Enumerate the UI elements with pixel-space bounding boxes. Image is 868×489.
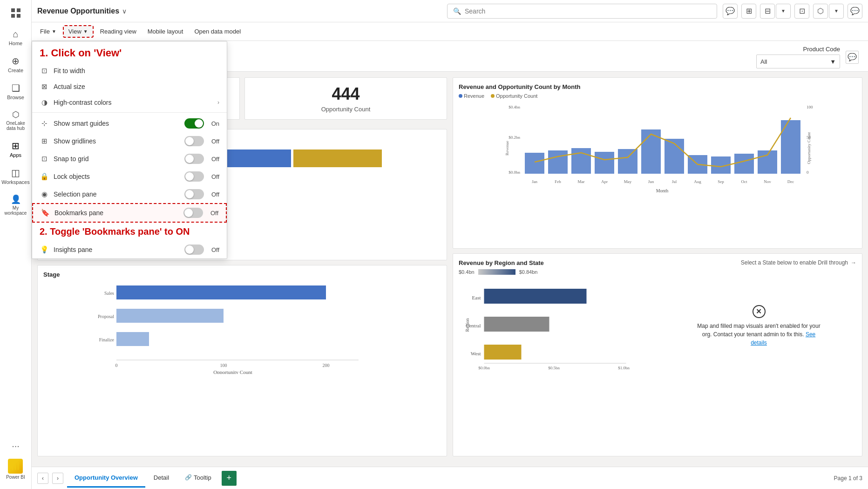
toggle-smart-guides: ⊹ Show smart guides On xyxy=(32,115,227,132)
insights-icon: 💡 xyxy=(40,245,49,254)
sidebar-item-powerbi[interactable]: Power BI xyxy=(4,455,27,483)
svg-text:200: 200 xyxy=(323,363,330,368)
svg-text:100: 100 xyxy=(220,363,227,368)
dropdown-btn[interactable]: ▼ xyxy=(776,4,791,19)
opp-stage-chart-svg: Sales Proposal Finalize 0 100 200 Opport… xyxy=(43,281,441,374)
present-button[interactable]: ⊞ xyxy=(741,4,756,19)
svg-rect-30 xyxy=(548,150,568,174)
tab-opportunity-overview[interactable]: Opportunity Overview xyxy=(67,469,145,488)
tab-prev[interactable]: ‹ xyxy=(37,473,48,484)
lock-icon: 🔒 xyxy=(40,172,49,181)
svg-rect-6 xyxy=(17,462,19,470)
svg-rect-16 xyxy=(116,309,224,323)
combo-chart-svg: $0.4bn $0.2bn $0.0bn 100 50 0 xyxy=(459,102,856,195)
snap-to-grid-toggle[interactable] xyxy=(184,154,204,164)
svg-rect-4 xyxy=(12,466,14,470)
svg-rect-61 xyxy=(484,345,522,360)
tab-add[interactable]: + xyxy=(222,471,237,486)
bookmarks-pane-toggle[interactable] xyxy=(183,208,203,218)
svg-text:May: May xyxy=(624,179,632,184)
right-column: Revenue and Opportunity Count by Month R… xyxy=(453,77,862,456)
chat-button[interactable]: 💬 xyxy=(848,4,862,19)
product-code-filter: Product Code All ▼ xyxy=(756,46,840,68)
sidebar-item-home[interactable]: ⌂ Home xyxy=(2,25,30,50)
svg-text:$0.0bn: $0.0bn xyxy=(478,366,490,370)
svg-text:Opportunity Count: Opportunity Count xyxy=(213,369,252,374)
svg-text:$1.0bn: $1.0bn xyxy=(618,366,630,370)
svg-rect-1 xyxy=(17,8,20,12)
drill-through-link[interactable]: Select a State below to enable Drill thr… xyxy=(741,259,856,266)
svg-text:100: 100 xyxy=(807,105,813,109)
smart-guides-toggle[interactable] xyxy=(184,118,204,129)
search-input[interactable] xyxy=(465,7,711,15)
menu-view[interactable]: View ▼ xyxy=(63,25,94,38)
toggle-knob xyxy=(184,209,193,217)
submenu-arrow: › xyxy=(217,99,219,106)
lock-objects-toggle[interactable] xyxy=(184,171,204,182)
toggle-knob xyxy=(195,119,203,128)
sidebar-item-create[interactable]: ⊕ Create xyxy=(2,52,30,77)
drill-arrow: → xyxy=(851,259,856,266)
revenue-color-legend: $0.4bn $0.84bn xyxy=(459,269,856,275)
svg-rect-59 xyxy=(484,317,549,332)
sidebar-item-browse[interactable]: ❑ Browse xyxy=(2,79,30,104)
menu-file[interactable]: File ▼ xyxy=(35,26,61,37)
bottom-tabs: ‹ › Opportunity Overview Detail 🔗 Toolti… xyxy=(32,467,868,489)
map-error-text: Map and filled map visuals aren't enable… xyxy=(694,322,824,347)
svg-rect-32 xyxy=(595,152,614,174)
page-info: Page 1 of 3 xyxy=(834,475,862,482)
svg-text:Sales: Sales xyxy=(104,291,114,296)
select-arrow: ▼ xyxy=(830,58,836,65)
product-code-select[interactable]: All ▼ xyxy=(756,54,840,68)
kpi-count-value: 444 xyxy=(332,84,359,104)
topbar-actions: 💬 ⊞ ⊟ ▼ ⊡ ⬡ ▼ 💬 xyxy=(723,4,862,19)
present2-button[interactable]: ⊟ xyxy=(760,4,775,19)
menu-open-data-model[interactable]: Open data model xyxy=(190,26,245,37)
insights-pane-toggle[interactable] xyxy=(184,244,204,255)
svg-rect-33 xyxy=(618,149,637,174)
tab-detail[interactable]: Detail xyxy=(146,469,176,488)
title-chevron[interactable]: ∨ xyxy=(122,7,127,15)
gridlines-toggle[interactable] xyxy=(184,136,204,146)
sidebar-item-apps[interactable]: ⊞ Apps xyxy=(2,136,30,162)
tooltip-icon: 🔗 xyxy=(185,474,192,481)
menu-reading-view[interactable]: Reading view xyxy=(95,26,141,37)
sidebar-item-onelake[interactable]: ⬡ OneLake data hub xyxy=(2,106,30,135)
sidebar-item-my-workspace[interactable]: 👤 My workspace xyxy=(2,190,30,219)
app-grid-icon[interactable] xyxy=(7,4,25,22)
chat-report-btn[interactable]: 💬 xyxy=(846,51,859,64)
menu-mobile-layout[interactable]: Mobile layout xyxy=(143,26,188,37)
view-dropdown: 1. Click on 'View' ⊡ Fit to width ⊠ Actu… xyxy=(32,41,227,259)
tab-next[interactable]: › xyxy=(52,473,63,484)
tab-tooltip[interactable]: 🔗 Tooltip xyxy=(177,469,219,488)
opp-stage-chart-card: Stage Sales Proposal Finalize 0 100 200 … xyxy=(37,265,447,456)
revenue-bars: East Central West $0.0bn $0.5bn xyxy=(459,278,654,374)
sidebar-item-workspaces[interactable]: ◫ Workspaces xyxy=(2,163,30,189)
svg-rect-38 xyxy=(734,154,754,174)
svg-text:Sep: Sep xyxy=(718,179,724,184)
snap-to-grid-icon: ⊡ xyxy=(40,155,49,163)
share-dropdown[interactable]: ▼ xyxy=(829,4,844,19)
revenue-region-chart-card: Revenue by Region and State Select a Sta… xyxy=(453,253,862,456)
bookmark-button[interactable]: ⊡ xyxy=(794,4,809,19)
map-error: ✕ Map and filled map visuals aren't enab… xyxy=(694,298,824,354)
bookmarks-icon: 🔖 xyxy=(41,209,50,217)
map-error-area: ✕ Map and filled map visuals aren't enab… xyxy=(661,278,856,374)
dropdown-actual-size[interactable]: ⊠ Actual size xyxy=(32,79,227,95)
dropdown-high-contrast[interactable]: ◑ High-contrast colors › xyxy=(32,95,227,110)
selection-pane-icon: ◉ xyxy=(40,190,49,198)
svg-text:$0.4bn: $0.4bn xyxy=(509,105,520,109)
svg-text:Proposal: Proposal xyxy=(98,314,114,319)
onelake-icon: ⬡ xyxy=(12,109,20,120)
dropdown-fit-to-width[interactable]: ⊡ Fit to width xyxy=(32,63,227,79)
share-button[interactable]: ⬡ xyxy=(813,4,828,19)
selection-pane-toggle[interactable] xyxy=(184,189,204,199)
more-options[interactable]: ··· xyxy=(8,437,23,455)
fit-to-width-icon: ⊡ xyxy=(40,67,49,75)
comment-button[interactable]: 💬 xyxy=(723,4,738,19)
search-icon: 🔍 xyxy=(453,7,461,15)
toggle-snap-to-grid: ⊡ Snap to grid Off xyxy=(32,150,227,168)
search-bar[interactable]: 🔍 xyxy=(447,4,717,19)
annotation-2: 2. Toggle 'Bookmarks pane' to ON xyxy=(32,223,227,241)
svg-text:Aug: Aug xyxy=(694,179,701,184)
